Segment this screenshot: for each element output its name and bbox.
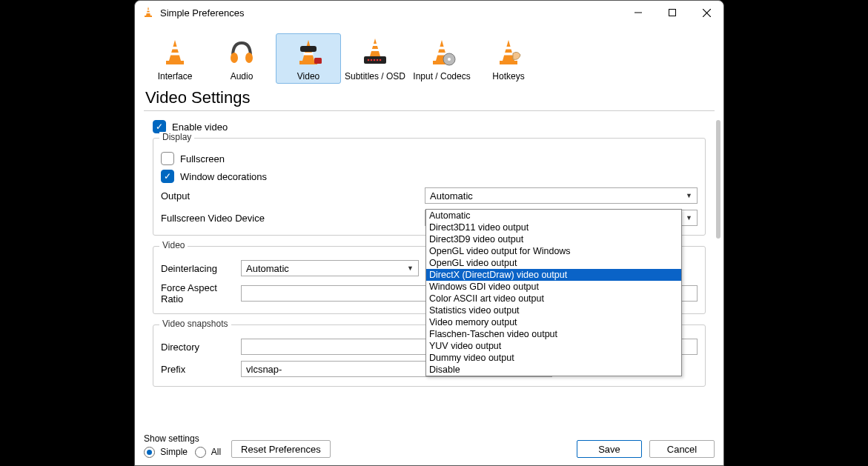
dropdown-item[interactable]: YUV video output bbox=[426, 340, 681, 352]
scrollbar[interactable] bbox=[716, 120, 720, 239]
prefix-value: vlcsnap- bbox=[246, 364, 282, 375]
force-aspect-label: Force Aspect Ratio bbox=[161, 282, 241, 304]
window-decorations-checkbox[interactable]: ✓ bbox=[161, 170, 174, 183]
dropdown-item[interactable]: DirectX (DirectDraw) video output bbox=[426, 269, 681, 281]
svg-rect-5 bbox=[669, 10, 676, 16]
dropdown-item[interactable]: Color ASCII art video output bbox=[426, 293, 681, 304]
svg-rect-35 bbox=[505, 47, 512, 50]
svg-rect-11 bbox=[166, 61, 184, 64]
svg-rect-37 bbox=[500, 61, 517, 64]
svg-rect-20 bbox=[371, 44, 380, 46]
dropdown-item[interactable]: OpenGL video output for Windows bbox=[426, 245, 681, 257]
svg-point-25 bbox=[374, 59, 376, 61]
svg-rect-3 bbox=[145, 16, 152, 17]
show-settings-label: Show settings bbox=[144, 433, 221, 444]
enable-video-label: Enable video bbox=[172, 122, 228, 133]
output-dropdown-list[interactable]: AutomaticDirect3D11 video outputDirect3D… bbox=[425, 209, 682, 376]
svg-marker-19 bbox=[370, 39, 380, 56]
window-title: Simple Preferences bbox=[160, 7, 244, 19]
dropdown-item[interactable]: Automatic bbox=[426, 210, 681, 222]
dropdown-item[interactable]: OpenGL video output bbox=[426, 257, 681, 269]
tab-subtitles[interactable]: Subtitles / OSD bbox=[342, 33, 408, 84]
dropdown-item[interactable]: Flaschen-Taschen video output bbox=[426, 328, 681, 340]
radio-simple-label: Simple bbox=[160, 447, 188, 457]
cone-disc-icon bbox=[427, 37, 457, 67]
tab-label: Input / Codecs bbox=[413, 71, 470, 81]
fullscreen-checkbox[interactable] bbox=[161, 152, 174, 165]
radio-all[interactable] bbox=[195, 447, 206, 458]
reset-preferences-button[interactable]: Reset Preferences bbox=[231, 440, 331, 458]
svg-rect-15 bbox=[304, 53, 314, 56]
deinterlacing-combo[interactable]: Automatic ▼ bbox=[241, 260, 419, 276]
headphones-icon bbox=[227, 37, 256, 67]
group-title: Display bbox=[159, 132, 194, 142]
dropdown-item[interactable]: Windows GDI video output bbox=[426, 281, 681, 293]
chevron-down-icon: ▼ bbox=[686, 214, 692, 222]
vlc-cone-icon bbox=[142, 6, 154, 20]
cone-glasses-icon bbox=[294, 37, 323, 67]
deinterlacing-label: Deinterlacing bbox=[161, 263, 241, 274]
svg-point-23 bbox=[368, 59, 370, 61]
dropdown-item[interactable]: Direct3D9 video output bbox=[426, 233, 681, 245]
chevron-down-icon: ▼ bbox=[407, 264, 414, 272]
prefix-label: Prefix bbox=[161, 364, 241, 375]
svg-rect-36 bbox=[504, 53, 514, 56]
tab-label: Video bbox=[297, 71, 319, 81]
maximize-button[interactable] bbox=[655, 1, 689, 24]
svg-marker-8 bbox=[169, 40, 181, 61]
group-title: Video bbox=[159, 240, 188, 250]
svg-point-13 bbox=[245, 53, 253, 63]
fullscreen-device-label: Fullscreen Video Device bbox=[161, 213, 425, 224]
cone-icon bbox=[160, 37, 190, 67]
minimize-button[interactable] bbox=[621, 1, 655, 24]
dropdown-item[interactable]: Video memory output bbox=[426, 316, 681, 328]
page-heading: Video Settings bbox=[135, 88, 723, 110]
svg-rect-1 bbox=[147, 10, 150, 11]
svg-point-26 bbox=[377, 59, 379, 61]
dropdown-item[interactable]: Statistics video output bbox=[426, 304, 681, 316]
chevron-down-icon: ▼ bbox=[686, 192, 692, 199]
titlebar: Simple Preferences bbox=[135, 1, 723, 24]
svg-rect-18 bbox=[314, 58, 322, 64]
radio-all-label: All bbox=[211, 447, 221, 457]
tab-input-codecs[interactable]: Input / Codecs bbox=[409, 33, 474, 84]
footer: Show settings Simple All Reset Preferenc… bbox=[135, 429, 723, 465]
radio-simple[interactable] bbox=[144, 447, 155, 458]
svg-marker-0 bbox=[146, 7, 150, 16]
svg-rect-9 bbox=[171, 47, 179, 50]
svg-rect-2 bbox=[147, 12, 150, 13]
tab-label: Audio bbox=[231, 71, 254, 81]
cone-hand-icon bbox=[494, 37, 523, 67]
output-value: Automatic bbox=[430, 190, 473, 202]
close-button[interactable] bbox=[689, 1, 723, 24]
svg-point-12 bbox=[231, 53, 238, 63]
tab-video[interactable]: Video bbox=[276, 33, 341, 84]
tab-hotkeys[interactable]: Hotkeys bbox=[476, 33, 541, 84]
svg-point-33 bbox=[448, 58, 451, 61]
output-combo[interactable]: Automatic ▼ bbox=[425, 187, 698, 204]
svg-rect-21 bbox=[370, 49, 380, 51]
tab-label: Subtitles / OSD bbox=[345, 71, 405, 81]
dropdown-item[interactable]: Disable bbox=[426, 364, 681, 376]
group-title: Video snapshots bbox=[159, 319, 231, 329]
tab-interface[interactable]: Interface bbox=[142, 33, 208, 84]
svg-point-27 bbox=[380, 59, 382, 61]
tab-label: Interface bbox=[158, 71, 193, 81]
deinterlacing-value: Automatic bbox=[246, 263, 289, 274]
dropdown-item[interactable]: Dummy video output bbox=[426, 352, 681, 364]
window-decorations-label: Window decorations bbox=[180, 171, 267, 182]
svg-point-24 bbox=[371, 59, 373, 61]
dropdown-item[interactable]: Direct3D11 video output bbox=[426, 222, 681, 233]
preferences-window: Simple Preferences bbox=[134, 0, 724, 466]
show-settings-area: Show settings Simple All bbox=[144, 433, 221, 458]
directory-label: Directory bbox=[161, 342, 241, 353]
tab-audio[interactable]: Audio bbox=[209, 33, 274, 84]
settings-content: ✓ Enable video Display Fullscreen ✓ Wind… bbox=[135, 111, 723, 429]
tab-label: Hotkeys bbox=[492, 71, 524, 81]
cone-board-icon bbox=[360, 37, 390, 67]
cancel-button[interactable]: Cancel bbox=[649, 440, 715, 458]
category-toolbar: Interface Audio bbox=[135, 24, 723, 88]
save-button[interactable]: Save bbox=[577, 440, 642, 458]
output-label: Output bbox=[161, 190, 425, 202]
svg-rect-10 bbox=[170, 53, 180, 56]
